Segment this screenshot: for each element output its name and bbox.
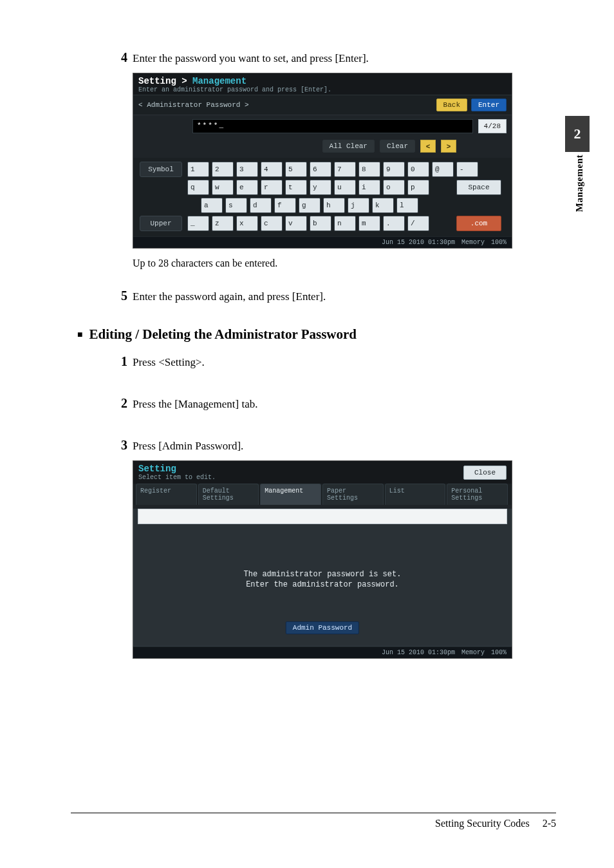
key-7[interactable]: 7	[334, 162, 356, 177]
cursor-left-button[interactable]: <	[420, 140, 436, 153]
key-8[interactable]: 8	[358, 162, 380, 177]
breadcrumb: Setting > Management	[138, 76, 507, 86]
symbol-button[interactable]: Symbol	[140, 162, 182, 177]
key-q[interactable]: q	[187, 180, 209, 195]
key-g[interactable]: g	[299, 198, 321, 213]
setting-tabbar: Register Default Settings Management Pap…	[133, 484, 512, 505]
step-number: 4	[108, 50, 127, 65]
admin-password-button[interactable]: Admin Password	[286, 621, 359, 634]
close-button[interactable]: Close	[463, 466, 507, 480]
back-button[interactable]: Back	[436, 99, 467, 111]
key-j[interactable]: j	[348, 198, 369, 213]
key-d[interactable]: d	[250, 198, 272, 213]
char-counter: 4/28	[478, 119, 507, 133]
key-b[interactable]: b	[310, 216, 331, 231]
screenshot-setting-tabs: Setting Select item to edit. Close Regis…	[133, 460, 512, 659]
dotcom-button[interactable]: .com	[456, 216, 501, 231]
bullet-square-icon: ■	[77, 330, 82, 340]
tab-default-settings[interactable]: Default Settings	[198, 484, 259, 505]
admin-password-message: The administrator password is set. Enter…	[134, 569, 511, 590]
key-l[interactable]: l	[396, 198, 418, 213]
clear-button[interactable]: Clear	[380, 140, 415, 153]
key-y[interactable]: y	[310, 180, 331, 195]
key-9[interactable]: 9	[383, 162, 405, 177]
tab-register[interactable]: Register	[136, 484, 197, 505]
key-w[interactable]: w	[212, 180, 234, 195]
enter-button[interactable]: Enter	[471, 99, 507, 111]
msg-line-1: The administrator password is set.	[134, 569, 511, 580]
key-o[interactable]: o	[383, 180, 405, 195]
step-number: 3	[108, 438, 127, 453]
key-5[interactable]: 5	[285, 162, 307, 177]
screenshot-hint: Enter an administrator password and pres…	[138, 86, 507, 93]
panel-toolbar-blank	[138, 509, 507, 524]
all-clear-button[interactable]: All Clear	[322, 140, 375, 153]
key-slash[interactable]: /	[407, 216, 429, 231]
breadcrumb-sep: >	[181, 76, 187, 86]
key-x[interactable]: x	[236, 216, 258, 231]
footer-section-title: Setting Security Codes	[435, 818, 530, 829]
step-text: Press [Admin Password].	[133, 438, 243, 453]
tab-personal-settings[interactable]: Personal Settings	[447, 484, 508, 505]
section-heading-edit-delete: ■ Editing / Deleting the Administrator P…	[77, 326, 556, 343]
key-z[interactable]: z	[212, 216, 234, 231]
upper-button[interactable]: Upper	[140, 216, 182, 231]
key-u[interactable]: u	[334, 180, 356, 195]
key-r[interactable]: r	[261, 180, 283, 195]
step-b1: 1 Press <Setting>.	[108, 354, 556, 369]
key-2[interactable]: 2	[212, 162, 234, 177]
chapter-side-label: Management	[574, 155, 585, 212]
keyboard-controls-row: All Clear Clear < >	[133, 137, 512, 158]
step-text: Enter the password again, and press [Ent…	[133, 288, 326, 303]
key-underscore[interactable]: _	[187, 216, 209, 231]
tab-paper-settings[interactable]: Paper Settings	[322, 484, 384, 505]
cursor-right-button[interactable]: >	[441, 140, 456, 153]
password-label: < Administrator Password >	[138, 101, 249, 109]
step-number: 5	[108, 288, 127, 303]
step-text: Enter the password you want to set, and …	[133, 50, 369, 65]
key-f[interactable]: f	[274, 198, 296, 213]
footer-page-number: 2-5	[543, 818, 556, 829]
key-p[interactable]: p	[407, 180, 429, 195]
step-text: Press the [Management] tab.	[133, 396, 258, 411]
step-5: 5 Enter the password again, and press [E…	[108, 288, 556, 303]
key-dash[interactable]: -	[456, 162, 478, 177]
key-k[interactable]: k	[372, 198, 394, 213]
footer-memory-label: Memory	[461, 649, 485, 656]
key-i[interactable]: i	[358, 180, 380, 195]
space-button[interactable]: Space	[456, 180, 501, 195]
step-number: 2	[108, 396, 127, 411]
key-6[interactable]: 6	[310, 162, 331, 177]
step-b3: 3 Press [Admin Password].	[108, 438, 556, 453]
tab-management[interactable]: Management	[260, 484, 321, 505]
key-1[interactable]: 1	[187, 162, 209, 177]
step-b2: 2 Press the [Management] tab.	[108, 396, 556, 411]
breadcrumb-setting: Setting	[138, 76, 176, 86]
key-c[interactable]: c	[261, 216, 283, 231]
password-input[interactable]: ****_	[192, 119, 473, 133]
screenshot-password-keyboard: Setting > Management Enter an administra…	[133, 73, 512, 249]
key-m[interactable]: m	[358, 216, 380, 231]
page-footer: Setting Security Codes 2-5	[435, 818, 556, 829]
key-h[interactable]: h	[323, 198, 345, 213]
key-period[interactable]: .	[383, 216, 405, 231]
screenshot-header: Setting > Management Enter an administra…	[133, 73, 512, 95]
key-0[interactable]: 0	[407, 162, 429, 177]
key-at[interactable]: @	[432, 162, 454, 177]
key-a[interactable]: a	[201, 198, 223, 213]
virtual-keyboard: Symbol 1 2 3 4 5 6 7 8 9 0 @ - q w e r t	[133, 158, 512, 236]
tab-panel-management: The administrator password is set. Enter…	[133, 509, 512, 646]
tab-list[interactable]: List	[385, 484, 446, 505]
key-4[interactable]: 4	[261, 162, 283, 177]
key-n[interactable]: n	[334, 216, 356, 231]
password-input-row: ****_ 4/28	[133, 115, 512, 137]
footer-timestamp: Jun 15 2010 01:30pm	[382, 649, 455, 656]
key-3[interactable]: 3	[236, 162, 258, 177]
footer-memory-pct: 100%	[491, 239, 507, 246]
key-s[interactable]: s	[225, 198, 247, 213]
step-text: Press <Setting>.	[133, 354, 205, 369]
key-v[interactable]: v	[285, 216, 307, 231]
key-e[interactable]: e	[236, 180, 258, 195]
step-4: 4 Enter the password you want to set, an…	[108, 50, 556, 65]
key-t[interactable]: t	[285, 180, 307, 195]
